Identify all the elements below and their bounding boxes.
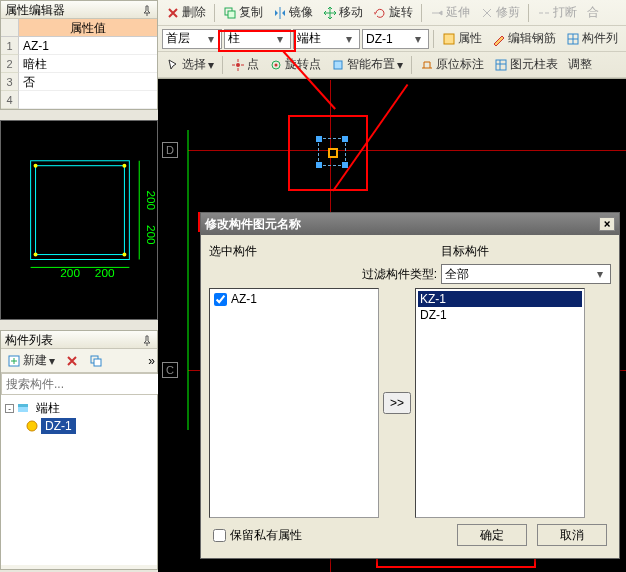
more-icon[interactable]: »: [148, 354, 155, 368]
search-components-input[interactable]: [2, 374, 160, 394]
tree-item[interactable]: DZ-1: [5, 417, 153, 435]
move-icon: [323, 6, 337, 20]
new-icon: [7, 354, 21, 368]
tree-root[interactable]: - 端柱: [5, 399, 153, 417]
filter-type-combo[interactable]: 全部 ▾: [441, 264, 611, 284]
join-button[interactable]: 合: [583, 3, 603, 23]
svg-rect-1: [36, 166, 125, 255]
svg-rect-0: [31, 161, 130, 260]
rotate-button[interactable]: 旋转: [369, 3, 417, 23]
chevron-down-icon: ▾: [208, 58, 214, 72]
component-list-title: 构件列表: [5, 331, 53, 349]
svg-text:200: 200: [144, 190, 157, 210]
ok-button[interactable]: 确定: [457, 524, 527, 546]
svg-rect-21: [444, 34, 454, 44]
propval-header: 属性值: [19, 19, 157, 37]
svg-point-2: [34, 164, 38, 168]
keep-private-checkbox-row[interactable]: 保留私有属性: [213, 527, 302, 543]
delete-component-button[interactable]: [61, 351, 83, 371]
svg-point-4: [34, 253, 38, 257]
rebar-icon: [25, 419, 39, 433]
prop-row[interactable]: 4: [1, 91, 157, 109]
select-button[interactable]: 选择 ▾: [162, 55, 218, 75]
delete-icon: [166, 6, 180, 20]
list-item[interactable]: KZ-1: [418, 291, 582, 307]
extend-icon: [430, 6, 444, 20]
chevron-down-icon: ▾: [204, 32, 218, 46]
component-list-panel: 构件列表 新建 ▾ »: [0, 330, 158, 570]
main-toolbar: 删除 复制 镜像 移动 旋转 延伸: [158, 0, 626, 79]
point-icon: [231, 58, 245, 72]
svg-point-5: [122, 253, 126, 257]
element-table-button[interactable]: 图元柱表: [490, 55, 562, 75]
point-button[interactable]: 点: [227, 55, 263, 75]
svg-point-23: [236, 63, 240, 67]
orig-annotation-button[interactable]: 原位标注: [416, 55, 488, 75]
selected-element[interactable]: [318, 138, 346, 166]
component-column-button[interactable]: 构件列: [562, 29, 622, 49]
selected-components-list[interactable]: AZ-1: [209, 288, 379, 518]
keep-private-checkbox[interactable]: [213, 529, 226, 542]
svg-text:200: 200: [95, 266, 115, 280]
break-button[interactable]: 打断: [533, 3, 581, 23]
delete-button[interactable]: 删除: [162, 3, 210, 23]
copy-icon: [223, 6, 237, 20]
move-button[interactable]: 移动: [319, 3, 367, 23]
chevron-down-icon: ▾: [397, 58, 403, 72]
edit-rebar-icon: [492, 32, 506, 46]
new-component-button[interactable]: 新建 ▾: [3, 351, 59, 371]
component-tree[interactable]: - 端柱 DZ-1: [1, 395, 157, 565]
rotation-point-icon: [269, 58, 283, 72]
delete-icon: [65, 354, 79, 368]
folder-icon: [16, 401, 30, 415]
axis-label-d: D: [162, 142, 178, 158]
adjust-button[interactable]: 调整: [564, 55, 596, 75]
rename-element-dialog: 修改构件图元名称 × 选中构件 目标构件 过滤构件类型: 全部 ▾ AZ-1 >…: [200, 212, 620, 559]
svg-point-25: [275, 63, 278, 66]
prop-row[interactable]: 1 AZ-1: [1, 37, 157, 55]
svg-rect-26: [334, 61, 342, 69]
list-item[interactable]: DZ-1: [418, 307, 582, 323]
extend-button[interactable]: 延伸: [426, 3, 474, 23]
smart-place-icon: [331, 58, 345, 72]
svg-text:200: 200: [144, 225, 157, 245]
section-preview: 200 200 200 200: [0, 120, 158, 320]
grid-icon: [566, 32, 580, 46]
copy-button[interactable]: 复制: [219, 3, 267, 23]
svg-rect-14: [94, 359, 101, 366]
svg-point-3: [122, 164, 126, 168]
layer-combo[interactable]: 首层 ▾: [162, 29, 222, 49]
subcategory-combo[interactable]: 端柱 ▾: [293, 29, 360, 49]
close-button[interactable]: ×: [599, 217, 615, 231]
trim-button[interactable]: 修剪: [476, 3, 524, 23]
properties-button[interactable]: 属性: [438, 29, 486, 49]
chevron-down-icon: ▾: [49, 354, 55, 368]
component-combo[interactable]: DZ-1 ▾: [362, 29, 429, 49]
target-components-list[interactable]: KZ-1 DZ-1: [415, 288, 585, 518]
edit-rebar-button[interactable]: 编辑钢筋: [488, 29, 560, 49]
smart-place-button[interactable]: 智能布置 ▾: [327, 55, 407, 75]
trim-icon: [480, 6, 494, 20]
chevron-down-icon: ▾: [411, 32, 425, 46]
properties-icon: [442, 32, 456, 46]
collapse-icon[interactable]: -: [5, 404, 14, 413]
prop-row[interactable]: 3 否: [1, 73, 157, 91]
pin-icon[interactable]: [141, 4, 153, 16]
filter-label: 过滤构件类型:: [362, 266, 437, 283]
item-checkbox[interactable]: [214, 293, 227, 306]
rotation-point-button[interactable]: 旋转点: [265, 55, 325, 75]
list-item[interactable]: AZ-1: [212, 291, 376, 307]
mirror-button[interactable]: 镜像: [269, 3, 317, 23]
svg-rect-17: [18, 407, 28, 412]
axis-label-c: C: [162, 362, 178, 378]
cancel-button[interactable]: 取消: [537, 524, 607, 546]
copy-component-button[interactable]: [85, 351, 107, 371]
chevron-down-icon: ▾: [273, 32, 287, 46]
copy-icon: [89, 354, 103, 368]
break-icon: [537, 6, 551, 20]
category-combo[interactable]: 柱 ▾: [224, 29, 291, 49]
prop-row[interactable]: 2 暗柱: [1, 55, 157, 73]
pin-icon[interactable]: [141, 334, 153, 346]
transfer-button[interactable]: >>: [383, 392, 411, 414]
rownum-header: [1, 19, 19, 37]
